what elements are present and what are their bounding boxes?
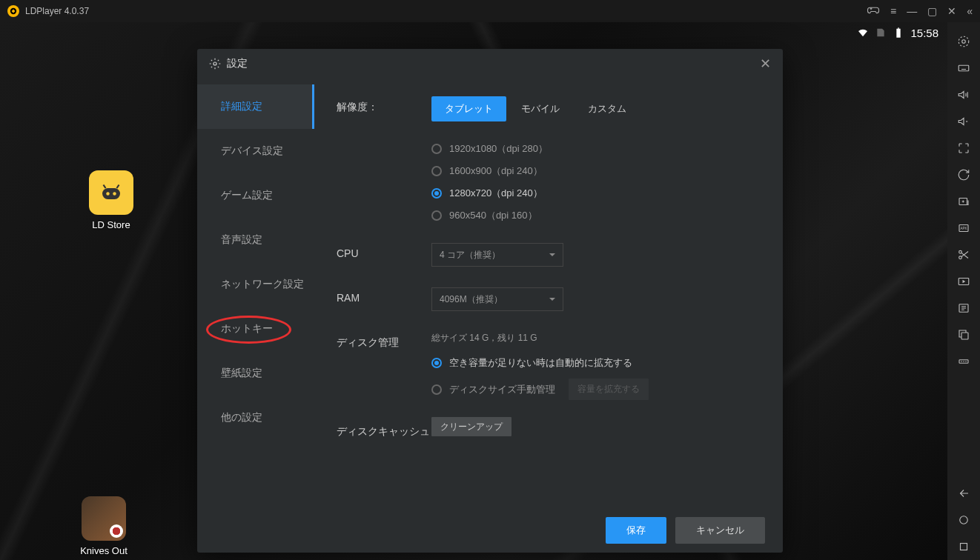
radio-icon: [431, 384, 442, 395]
window-controls: ≡ — ▢ ✕ «: [867, 4, 973, 19]
save-button[interactable]: 保存: [606, 517, 666, 544]
keyboard-icon[interactable]: [947, 55, 980, 81]
collapse-sidebar-icon[interactable]: «: [967, 5, 973, 17]
cancel-button[interactable]: キャンセル: [675, 517, 765, 544]
svg-rect-0: [102, 188, 120, 199]
tab-wallpaper[interactable]: 壁紙設定: [197, 351, 314, 396]
fullscreen-icon[interactable]: [947, 135, 980, 161]
svg-point-18: [965, 361, 967, 362]
desktop-icon-knives[interactable]: Knives Out: [74, 496, 133, 556]
dialog-content: 解像度： タブレット モバイル カスタム 1920x1080（dpi 280） …: [314, 79, 783, 508]
tab-other[interactable]: 他の設定: [197, 396, 314, 440]
settings-icon[interactable]: [947, 28, 980, 55]
cpu-label: CPU: [337, 243, 431, 259]
sync-icon[interactable]: [947, 161, 980, 188]
radio-icon: [431, 358, 442, 368]
video-icon[interactable]: [947, 268, 980, 295]
desktop-icon-label: Knives Out: [74, 545, 133, 556]
recent-icon[interactable]: [947, 533, 980, 560]
close-button[interactable]: ✕: [947, 5, 956, 17]
ldstore-app-icon: [89, 170, 133, 215]
radio-icon: [431, 188, 442, 199]
dialog-footer: 保存 キャンセル: [197, 508, 783, 553]
tab-game[interactable]: ゲーム設定: [197, 173, 314, 218]
tab-advanced[interactable]: 詳細設定: [197, 84, 314, 129]
svg-point-1: [106, 192, 110, 196]
svg-point-17: [963, 361, 964, 362]
volume-down-icon[interactable]: [947, 108, 980, 135]
tab-hotkey[interactable]: ホットキー: [197, 307, 314, 351]
knives-out-app-icon: [82, 496, 126, 541]
gamepad-icon[interactable]: [867, 4, 880, 19]
home-icon[interactable]: [947, 507, 980, 533]
tab-device[interactable]: デバイス設定: [197, 129, 314, 173]
resolution-1920[interactable]: 1920x1080（dpi 280）: [431, 142, 761, 156]
svg-point-11: [959, 256, 962, 259]
disk-label: ディスク管理: [337, 332, 431, 350]
dialog-header: 設定 ✕: [197, 49, 783, 79]
multi-instance-icon[interactable]: [947, 188, 980, 215]
resolution-1280[interactable]: 1280x720（dpi 240）: [431, 187, 761, 200]
disk-auto-expand[interactable]: 空き容量が足りない時は自動的に拡充する: [431, 356, 761, 370]
cleanup-button[interactable]: クリーンアップ: [431, 417, 511, 436]
cache-label: ディスクキャッシュ: [337, 421, 431, 439]
radio-icon: [431, 144, 442, 154]
minimize-button[interactable]: —: [907, 5, 917, 17]
svg-point-5: [959, 36, 969, 47]
disk-info: 総サイズ 14 G，残り 11 G: [431, 332, 761, 344]
resolution-960[interactable]: 960x540（dpi 160）: [431, 209, 761, 222]
operation-record-icon[interactable]: [947, 295, 980, 321]
apk-icon[interactable]: APK: [947, 215, 980, 241]
resolution-mode-segment: タブレット モバイル カスタム: [431, 96, 761, 121]
android-status-bar: 15:58: [848, 22, 947, 43]
ram-select[interactable]: 4096M（推奨）: [431, 287, 563, 311]
desktop-icon-ldstore[interactable]: LD Store: [82, 170, 141, 230]
disk-manual[interactable]: ディスクサイズ手動管理 容量を拡充する: [431, 379, 761, 400]
volume-up-icon[interactable]: [947, 81, 980, 108]
settings-dialog: 設定 ✕ 詳細設定 デバイス設定 ゲーム設定 音声設定 ネットワーク設定 ホット…: [197, 49, 783, 553]
svg-text:APK: APK: [960, 227, 967, 230]
app-title: LDPlayer 4.0.37: [25, 6, 867, 16]
radio-icon: [431, 166, 442, 176]
resolution-label: 解像度：: [337, 96, 431, 114]
more-icon[interactable]: [947, 348, 980, 375]
copy-icon[interactable]: [947, 321, 980, 348]
wifi-icon: [857, 27, 869, 39]
status-time: 15:58: [910, 27, 938, 39]
scissors-icon[interactable]: [947, 241, 980, 268]
cpu-select[interactable]: 4 コア（推奨）: [431, 243, 563, 267]
sim-icon: [875, 27, 887, 39]
resolution-1600[interactable]: 1600x900（dpi 240）: [431, 164, 761, 178]
tab-audio[interactable]: 音声設定: [197, 218, 314, 262]
expand-disk-button[interactable]: 容量を拡充する: [569, 379, 649, 400]
side-toolbar: APK: [947, 22, 980, 560]
svg-rect-20: [961, 544, 967, 550]
tab-network[interactable]: ネットワーク設定: [197, 262, 314, 307]
maximize-button[interactable]: ▢: [927, 5, 937, 17]
svg-point-16: [961, 361, 962, 362]
gear-icon: [209, 58, 221, 70]
menu-icon[interactable]: ≡: [890, 5, 896, 17]
dialog-sidebar: 詳細設定 デバイス設定 ゲーム設定 音声設定 ネットワーク設定 ホットキー 壁紙…: [197, 79, 314, 508]
desktop: 15:58 LD Store Knives Out 設定 ✕ 詳細設定 デバイス: [0, 22, 947, 560]
app-logo-icon: [7, 5, 19, 17]
dialog-title: 設定: [227, 57, 248, 70]
mode-mobile[interactable]: モバイル: [508, 96, 573, 121]
mode-custom[interactable]: カスタム: [575, 96, 640, 121]
titlebar: LDPlayer 4.0.37 ≡ — ▢ ✕ «: [0, 0, 980, 22]
svg-rect-14: [961, 333, 968, 339]
desktop-icon-label: LD Store: [82, 219, 141, 230]
dialog-close-button[interactable]: ✕: [760, 56, 771, 72]
svg-point-4: [962, 40, 966, 44]
ram-label: RAM: [337, 287, 431, 304]
svg-point-10: [959, 250, 962, 253]
battery-icon: [893, 27, 904, 39]
svg-point-19: [960, 516, 968, 524]
svg-point-3: [213, 62, 216, 65]
radio-icon: [431, 210, 442, 221]
svg-rect-6: [959, 65, 969, 71]
svg-point-2: [113, 192, 116, 196]
mode-tablet[interactable]: タブレット: [431, 96, 506, 121]
back-icon[interactable]: [947, 480, 980, 507]
